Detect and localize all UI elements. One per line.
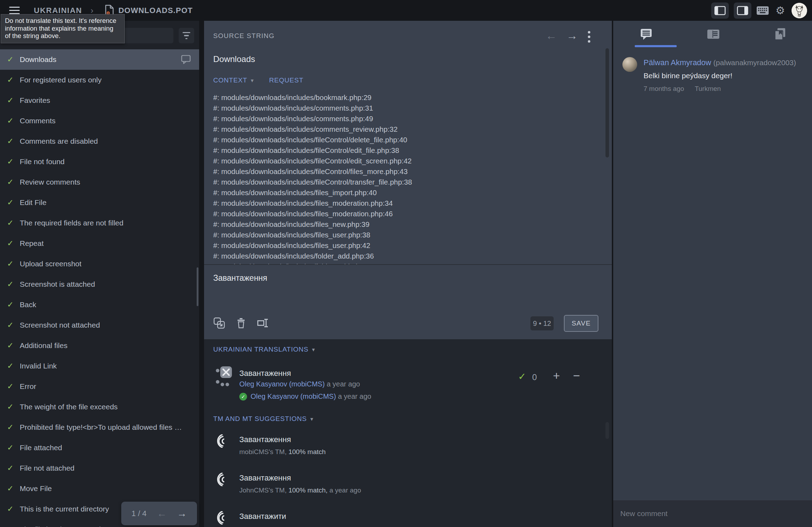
context-line: #: modules/downloads/includes/fileContro… bbox=[213, 156, 587, 166]
string-list-item[interactable]: ✓ The weight of the file exceeds bbox=[0, 397, 199, 417]
translated-check-icon: ✓ bbox=[7, 55, 20, 64]
translated-check-icon: ✓ bbox=[7, 300, 20, 309]
string-list-item[interactable]: ✓ File not attached bbox=[0, 458, 199, 478]
new-comment-input[interactable]: New comment bbox=[613, 500, 812, 527]
approval-time: a year ago bbox=[338, 392, 371, 401]
gear-icon: ⚙ bbox=[776, 4, 785, 17]
toggle-left-panel-button[interactable] bbox=[711, 2, 729, 19]
tab-glossary[interactable] bbox=[747, 21, 812, 48]
string-label: Comments bbox=[20, 117, 56, 125]
string-list-item[interactable]: ✓ Prohibited file type!<br>To upload all… bbox=[0, 417, 199, 438]
editor-toolbar bbox=[213, 317, 269, 329]
string-list-item[interactable]: ✓ Repeat bbox=[0, 233, 199, 254]
breadcrumb-project[interactable]: UKRAINIAN bbox=[34, 6, 82, 15]
string-list-item[interactable]: ✓ Upload screenshot bbox=[0, 254, 199, 274]
string-list-item[interactable]: ✓ Error bbox=[0, 376, 199, 397]
save-button[interactable]: SAVE bbox=[564, 315, 598, 332]
tm-icon bbox=[215, 434, 228, 449]
hamburger-menu-icon[interactable] bbox=[9, 7, 20, 14]
approve-translation-icon[interactable]: ✓ bbox=[518, 371, 526, 382]
suggestion-meta: mobiCMS's TM, 100% match bbox=[239, 448, 326, 456]
translation-approver[interactable]: Oleg Kasyanov (mobiCMS) bbox=[251, 392, 336, 401]
next-string-button[interactable]: → bbox=[566, 29, 578, 42]
tm-icon bbox=[215, 511, 228, 526]
suggestion-text: Завантаження bbox=[239, 473, 291, 483]
string-label: File attached bbox=[20, 444, 62, 452]
string-label: Screenshot is attached bbox=[20, 280, 95, 289]
context-line: #: modules/downloads/includes/bookmark.p… bbox=[213, 92, 587, 103]
context-line: #: modules/downloads/includes/comments.p… bbox=[213, 113, 587, 124]
context-dropdown-icon[interactable]: ▾ bbox=[251, 77, 253, 84]
toggle-right-panel-button[interactable] bbox=[734, 2, 751, 19]
comment-author-name[interactable]: Pälwan Akmyradow bbox=[644, 58, 711, 67]
translated-check-icon: ✓ bbox=[7, 423, 20, 432]
string-list-item[interactable]: ✓ Move File bbox=[0, 478, 199, 499]
string-label: Review comments bbox=[20, 178, 80, 186]
previous-page-button[interactable]: ← bbox=[157, 508, 167, 519]
string-list-item[interactable]: ✓ Favorites bbox=[0, 90, 199, 111]
keyboard-icon bbox=[757, 6, 769, 15]
source-panel-scrollbar[interactable] bbox=[605, 48, 609, 157]
translated-check-icon: ✓ bbox=[7, 464, 20, 473]
string-list-item[interactable]: ✓ Screenshot is attached bbox=[0, 274, 199, 294]
context-line: #: modules/downloads/includes/fileContro… bbox=[213, 166, 587, 177]
user-avatar[interactable] bbox=[792, 3, 807, 18]
translated-check-icon: ✓ bbox=[7, 280, 20, 289]
string-list-item[interactable]: ✓ Invalid Link bbox=[0, 356, 199, 376]
comment-body: Belki birine peýdasy deger! bbox=[644, 72, 732, 80]
translation-time: a year ago bbox=[327, 380, 360, 388]
string-list-item[interactable]: ✓ Edit File bbox=[0, 192, 199, 213]
string-list-item[interactable]: ✓ Review comments bbox=[0, 172, 199, 192]
string-list-item[interactable]: ✓ File not found bbox=[0, 151, 199, 172]
clear-translation-icon[interactable] bbox=[235, 317, 247, 329]
crowdin-editor: UKRAINIAN › DOWNLOADS.POT bbox=[0, 0, 812, 527]
tab-context[interactable]: CONTEXT bbox=[213, 76, 247, 84]
string-label: File not attached bbox=[20, 464, 74, 472]
translations-section: UKRAINIAN TRANSLATIONS▾ Завантаження Ole… bbox=[204, 339, 612, 527]
translation-text[interactable]: Завантаження bbox=[239, 369, 291, 378]
translation-editor: Завантаження 9 • 12 SAVE bbox=[204, 264, 612, 339]
pagination: 1 / 4 ← → bbox=[121, 502, 197, 525]
string-list: ✓ Downloads ✓ For registered users only bbox=[0, 49, 199, 527]
translation-author[interactable]: Oleg Kasyanov (mobiCMS) bbox=[239, 380, 325, 388]
string-list-item[interactable]: ✓ Downloads bbox=[0, 49, 199, 70]
translated-check-icon: ✓ bbox=[7, 116, 20, 125]
string-list-item[interactable]: ✓ Back bbox=[0, 294, 199, 315]
context-line: #: modules/downloads/includes/fileContro… bbox=[213, 135, 587, 145]
string-list-item[interactable]: ✓ The required fields are not filled bbox=[0, 213, 199, 233]
upvote-button[interactable]: + bbox=[553, 369, 560, 383]
more-options-icon[interactable] bbox=[588, 31, 590, 43]
comment-author-avatar[interactable] bbox=[622, 57, 637, 72]
tab-request[interactable]: REQUEST bbox=[269, 76, 303, 84]
string-label: Invalid Link bbox=[20, 362, 57, 370]
next-page-button[interactable]: → bbox=[177, 508, 187, 519]
keyboard-shortcuts-button[interactable] bbox=[756, 4, 769, 17]
filter-button[interactable] bbox=[179, 28, 194, 43]
suggestions-scrollbar[interactable] bbox=[605, 422, 609, 439]
string-label: The file has been moved bbox=[20, 525, 101, 527]
string-list-item[interactable]: ✓ Screenshot not attached bbox=[0, 315, 199, 335]
context-line: #: modules/downloads/includes/files_user… bbox=[213, 240, 587, 251]
string-label: Upload screenshot bbox=[20, 260, 81, 268]
string-list-item[interactable]: ✓ Additional files bbox=[0, 335, 199, 356]
string-label: Additional files bbox=[20, 341, 67, 350]
string-list-item[interactable]: ✓ File attached bbox=[0, 438, 199, 458]
breadcrumb-file-name[interactable]: DOWNLOADS.POT bbox=[118, 6, 193, 15]
select-text-icon[interactable] bbox=[257, 317, 269, 329]
translations-dropdown-icon[interactable]: ▾ bbox=[312, 347, 315, 353]
string-label: Move File bbox=[20, 484, 52, 493]
copy-source-icon[interactable] bbox=[213, 317, 225, 329]
string-list-item[interactable]: ✓ Comments are disabled bbox=[0, 131, 199, 151]
suggestions-dropdown-icon[interactable]: ▾ bbox=[310, 416, 314, 422]
translated-check-icon: ✓ bbox=[7, 361, 20, 371]
string-list-item[interactable]: ✓ For registered users only bbox=[0, 70, 199, 90]
downvote-button[interactable]: − bbox=[573, 369, 580, 383]
settings-button[interactable]: ⚙ bbox=[774, 4, 787, 17]
translated-check-icon: ✓ bbox=[7, 504, 20, 514]
string-list-item[interactable]: ✓ Comments bbox=[0, 111, 199, 131]
tab-string-info[interactable] bbox=[680, 21, 746, 48]
tab-comments[interactable] bbox=[613, 21, 680, 48]
sidebar-scrollbar[interactable] bbox=[197, 267, 198, 306]
translation-input[interactable]: Завантаження bbox=[213, 273, 267, 283]
previous-string-button[interactable]: ← bbox=[546, 29, 557, 42]
